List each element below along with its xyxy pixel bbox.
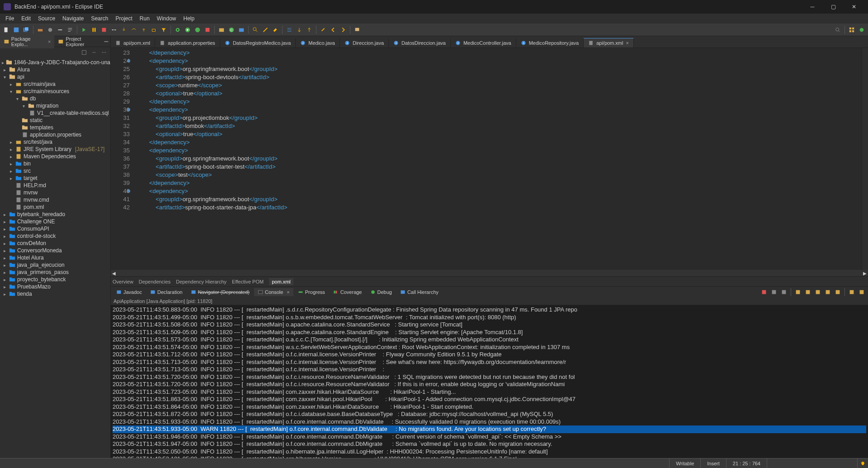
horizontal-scrollbar[interactable]: ◀▶ xyxy=(111,270,868,276)
tree-item[interactable]: ▸tienda xyxy=(0,290,110,298)
tree-item[interactable]: ▸ConsumoAPI xyxy=(0,225,110,232)
tree-item[interactable]: ▸proyecto_bytebanck xyxy=(0,276,110,283)
tree-item[interactable]: pom.xml xyxy=(0,203,110,211)
tree-item[interactable]: ▸bin xyxy=(0,160,110,167)
tree-item[interactable]: ▸control-de-stock xyxy=(0,232,110,240)
link-icon[interactable] xyxy=(56,25,65,34)
menu-project[interactable]: Project xyxy=(112,14,136,23)
tree-item[interactable]: ▾db xyxy=(0,95,110,102)
menu-run[interactable]: Run xyxy=(136,14,153,23)
tree-item[interactable]: ▸PruebasMazo xyxy=(0,283,110,290)
pom-tab-effective-pom[interactable]: Effective POM xyxy=(232,279,264,284)
tree-item[interactable]: ▸convDeMon xyxy=(0,240,110,247)
drop-frame-icon[interactable] xyxy=(149,25,158,34)
editor-tab[interactable]: JMedico.java xyxy=(296,38,340,47)
editor-tab[interactable]: api/pom.xml xyxy=(111,38,155,47)
view-menu-icon[interactable] xyxy=(99,48,108,57)
scroll-lock-icon[interactable] xyxy=(793,288,802,297)
external-tools-icon[interactable] xyxy=(203,25,212,34)
pause-icon[interactable] xyxy=(90,25,99,34)
run-launch-icon[interactable] xyxy=(183,25,192,34)
quick-access-icon[interactable] xyxy=(833,25,842,34)
minimize-button[interactable]: ─ xyxy=(802,0,823,14)
console-output[interactable]: 2023-05-21T11:43:50.883-05:00 INFO 11820… xyxy=(111,305,868,458)
format-icon[interactable] xyxy=(66,25,75,34)
tip-icon[interactable] xyxy=(857,459,868,468)
maximize-button[interactable]: ▢ xyxy=(823,0,844,14)
pin-icon[interactable] xyxy=(353,25,362,34)
view-tab-javadoc[interactable]: Javadoc xyxy=(113,288,146,296)
open-type-icon[interactable] xyxy=(237,25,246,34)
disconnect-icon[interactable] xyxy=(109,25,118,34)
toggle-icon[interactable] xyxy=(46,25,55,34)
open-console-icon[interactable] xyxy=(833,288,842,297)
view-tab-package-explo-[interactable]: Package Explo...× xyxy=(0,35,54,48)
save-all-icon[interactable] xyxy=(22,25,31,34)
tree-item[interactable]: ▸Hotel Alura xyxy=(0,254,110,261)
step-return-icon[interactable] xyxy=(139,25,148,34)
tree-item[interactable]: ▾migration xyxy=(0,102,110,109)
maximize-console-icon[interactable] xyxy=(857,288,866,297)
view-tab-call-hierarchy[interactable]: Call Hierarchy xyxy=(396,288,442,296)
editor-tab[interactable]: application.properties xyxy=(155,38,220,47)
tree-item[interactable]: mvnw.cmd xyxy=(0,196,110,203)
step-filter-icon[interactable] xyxy=(159,25,168,34)
tree-item[interactable]: V1__create-table-medicos.sql xyxy=(0,109,110,117)
close-button[interactable]: ✕ xyxy=(844,0,864,14)
prev-annotation-icon[interactable] xyxy=(305,25,314,34)
tree-item[interactable]: application.properties xyxy=(0,131,110,138)
terminate-icon[interactable] xyxy=(760,288,769,297)
tree-item[interactable]: ▸bytebank_heredado xyxy=(0,211,110,218)
pom-tab-overview[interactable]: Overview xyxy=(113,279,133,284)
tree-item[interactable]: ▾api xyxy=(0,73,110,80)
pom-tab-dependency-hierarchy[interactable]: Dependency Hierarchy xyxy=(176,279,226,284)
editor-tab[interactable]: api/pom.xml× xyxy=(584,38,634,47)
view-tab-navigator-deprecated-[interactable]: Navigator (Deprecated) xyxy=(187,288,253,296)
view-tab-project-explorer[interactable]: Project Explorer xyxy=(54,35,102,48)
view-tab-console[interactable]: Console× xyxy=(254,288,293,296)
last-edit-icon[interactable] xyxy=(319,25,328,34)
tree-item[interactable]: ▸java_pila_ejecucion xyxy=(0,261,110,269)
perspective-debug-icon[interactable] xyxy=(857,25,866,34)
view-tab-declaration[interactable]: Declaration xyxy=(146,288,186,296)
pom-tab-dependencies[interactable]: Dependencies xyxy=(139,279,170,284)
editor-tab[interactable]: JDatosRegistroMedico.java xyxy=(220,38,296,47)
collapse-all-icon[interactable] xyxy=(80,48,89,57)
step-over-icon[interactable] xyxy=(129,25,138,34)
step-into-icon[interactable] xyxy=(119,25,128,34)
remove-all-icon[interactable] xyxy=(769,288,778,297)
tree-item[interactable]: mvnw xyxy=(0,189,110,196)
tree-item[interactable]: ▸Challenge ONE xyxy=(0,218,110,225)
menu-edit[interactable]: Edit xyxy=(18,14,34,23)
menu-source[interactable]: Source xyxy=(34,14,59,23)
search-icon[interactable] xyxy=(251,25,260,34)
stop-icon[interactable] xyxy=(99,25,108,34)
save-icon[interactable] xyxy=(12,25,21,34)
tree-item[interactable]: ▸1846-Java-y-JDBC-Trabajando-con-una-Bas… xyxy=(0,59,110,66)
menu-navigate[interactable]: Navigate xyxy=(59,14,87,23)
paint-icon[interactable] xyxy=(271,25,280,34)
debug-launch-icon[interactable] xyxy=(173,25,182,34)
tree-item[interactable]: ▾src/main/resources xyxy=(0,88,110,95)
coverage-launch-icon[interactable] xyxy=(193,25,202,34)
view-tab-debug[interactable]: Debug xyxy=(367,288,396,296)
view-tab-progress[interactable]: Progress xyxy=(294,288,329,296)
tree-item[interactable]: ▸JRE System Library[JavaSE-17] xyxy=(0,146,110,153)
tree-item[interactable]: ▸target xyxy=(0,175,110,182)
tree-item[interactable]: ▸Maven Dependencies xyxy=(0,153,110,160)
wand-icon[interactable] xyxy=(261,25,270,34)
tree-item[interactable]: HELP.md xyxy=(0,182,110,189)
menu-search[interactable]: Search xyxy=(87,14,112,23)
minimize-console-icon[interactable] xyxy=(847,288,856,297)
tree-item[interactable]: templates xyxy=(0,124,110,131)
tree-item[interactable]: ▸src/main/java xyxy=(0,80,110,88)
forward-icon[interactable] xyxy=(339,25,348,34)
tree-item[interactable]: ▸src/test/java xyxy=(0,138,110,146)
new-icon[interactable] xyxy=(2,25,11,34)
editor-tab[interactable]: JDatosDireccion.java xyxy=(389,38,451,47)
minimize-view-icon[interactable] xyxy=(102,37,111,46)
new-package-icon[interactable] xyxy=(217,25,226,34)
next-annotation-icon[interactable] xyxy=(295,25,304,34)
link-editor-icon[interactable] xyxy=(90,48,99,57)
editor-tab[interactable]: JMedicoRepository.java xyxy=(516,38,584,47)
